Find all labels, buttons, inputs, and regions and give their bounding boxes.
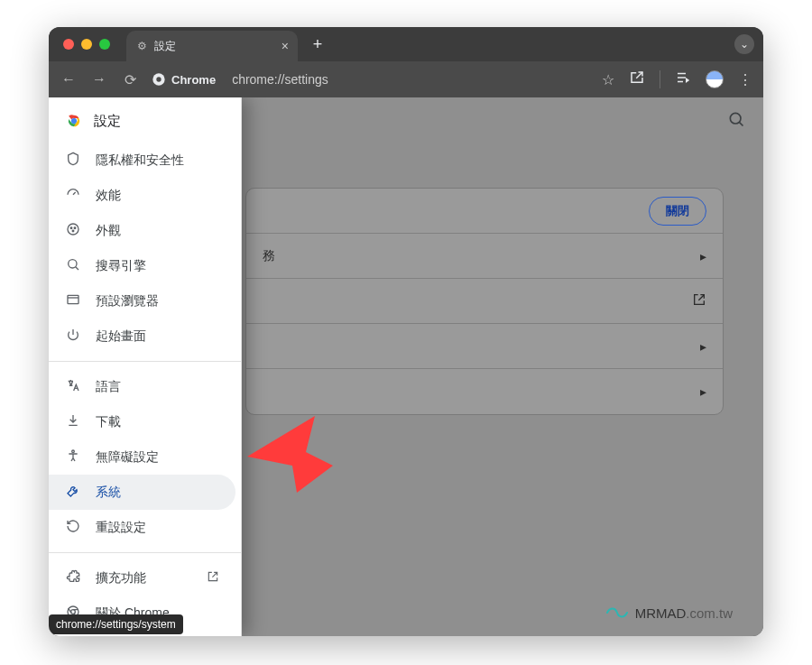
card-row[interactable]: ▸ [246,369,723,414]
accessibility-icon [65,448,81,466]
settings-card: 關閉 務 ▸ ▸ ▸ [245,188,724,415]
sidebar-header: 設定 [49,97,241,143]
svg-point-5 [72,119,77,124]
card-row[interactable]: 務 ▸ [246,234,723,279]
kebab-menu-icon[interactable]: ⋮ [738,71,752,88]
sidebar-item-privacy[interactable]: 隱私權和安全性 [49,143,235,178]
sidebar-item-performance[interactable]: 效能 [49,178,235,213]
back-button[interactable]: ← [60,71,78,88]
watermark-icon [606,602,628,623]
settings-search-icon[interactable] [727,110,745,133]
svg-point-1 [156,77,161,81]
watermark-domain: .com.tw [686,605,733,621]
sidebar-item-label: 隱私權和安全性 [96,152,184,169]
site-chip-label: Chrome [171,73,216,87]
svg-rect-11 [68,295,78,303]
sidebar-item-label: 外觀 [96,223,121,239]
chevron-right-icon: ▸ [700,339,706,354]
watermark-brand: MRMAD [635,605,687,621]
puzzle-icon [65,569,81,586]
new-tab-button[interactable]: + [307,33,328,55]
power-icon [65,328,81,345]
sidebar-item-label: 下載 [96,414,121,430]
address-bar: ← → ⟳ Chrome chrome://settings ☆ ⋮ [49,61,763,97]
sidebar-group-2: 語言 下載 無障礙設定 [49,369,241,545]
settings-sidebar: 設定 隱私權和安全性 效能 [49,97,242,636]
sidebar-separator [49,361,241,362]
reload-button[interactable]: ⟳ [121,71,139,88]
svg-point-8 [74,227,76,229]
sidebar-title: 設定 [94,113,121,130]
annotation-arrow [243,402,333,493]
plus-icon: + [313,35,323,54]
wrench-icon [65,484,81,501]
chevron-right-icon: ▸ [700,384,706,399]
sidebar-item-label: 效能 [96,188,121,204]
chrome-logo-icon [65,112,83,130]
window-icon [65,292,81,309]
sidebar-item-languages[interactable]: 語言 [49,369,235,404]
forward-button[interactable]: → [90,71,108,88]
gear-icon: ⚙ [137,40,147,52]
browser-window: ⚙ 設定 × + ⌄ ← → ⟳ Chrome chrome://setting… [49,27,763,636]
sidebar-item-label: 無障礙設定 [96,449,159,466]
chevron-right-icon: ▸ [700,249,706,263]
extensions-icon[interactable] [629,69,645,89]
sidebar-item-label: 系統 [96,485,121,501]
sidebar-item-label: 重設設定 [96,520,146,536]
sidebar-item-label: 預設瀏覽器 [96,293,159,309]
card-row[interactable]: 關閉 [246,189,723,234]
sidebar-item-search-engine[interactable]: 搜尋引擎 [49,248,235,283]
card-row[interactable]: ▸ [246,324,723,369]
search-icon [65,257,81,274]
watermark: MRMAD.com.tw [606,602,733,623]
site-chip[interactable]: Chrome [152,72,216,87]
titlebar: ⚙ 設定 × + ⌄ [49,27,763,61]
svg-point-2 [730,113,741,124]
tab-title: 設定 [154,39,176,54]
close-window-button[interactable] [63,39,74,50]
svg-point-6 [68,224,78,235]
sidebar-item-default-browser[interactable]: 預設瀏覽器 [49,283,235,319]
open-external-icon [207,570,219,586]
close-tab-icon[interactable]: × [281,39,289,53]
row-text: 務 [263,248,275,264]
translate-icon [65,378,81,395]
bookmark-star-icon[interactable]: ☆ [602,71,614,88]
svg-point-10 [69,260,77,268]
settings-content: 關閉 務 ▸ ▸ ▸ [49,97,763,636]
palette-icon [65,222,81,239]
sidebar-item-label: 擴充功能 [96,570,146,586]
svg-point-9 [72,230,74,232]
url-text[interactable]: chrome://settings [232,72,328,87]
chrome-icon [152,72,166,87]
media-icon[interactable] [675,69,691,89]
sidebar-item-reset[interactable]: 重設設定 [49,510,235,545]
status-tooltip: chrome://settings/system [49,614,183,634]
close-pill-button[interactable]: 關閉 [649,197,706,226]
sidebar-item-downloads[interactable]: 下載 [49,404,235,439]
sidebar-item-system[interactable]: 系統 [49,475,235,510]
reset-icon [65,519,81,536]
open-external-icon [692,292,706,310]
card-row[interactable] [246,279,723,324]
traffic-lights [63,39,110,50]
sidebar-group-1: 隱私權和安全性 效能 外觀 [49,143,241,354]
toolbar-right: ☆ ⋮ [602,69,752,89]
toolbar-separator [660,70,660,88]
profile-avatar[interactable] [706,70,724,88]
sidebar-item-label: 語言 [96,379,121,395]
maximize-window-button[interactable] [99,39,110,50]
svg-point-12 [72,450,75,453]
sidebar-item-extensions[interactable]: 擴充功能 [49,560,235,596]
sidebar-item-label: 起始畫面 [96,328,146,345]
minimize-window-button[interactable] [81,39,92,50]
sidebar-item-accessibility[interactable]: 無障礙設定 [49,439,235,475]
chevron-down-icon: ⌄ [740,38,749,51]
shield-icon [65,152,81,169]
tab-overflow-button[interactable]: ⌄ [734,34,754,54]
browser-tab[interactable]: ⚙ 設定 × [126,31,298,61]
gauge-icon [65,187,81,204]
sidebar-item-appearance[interactable]: 外觀 [49,213,235,248]
sidebar-item-startup[interactable]: 起始畫面 [49,319,235,354]
